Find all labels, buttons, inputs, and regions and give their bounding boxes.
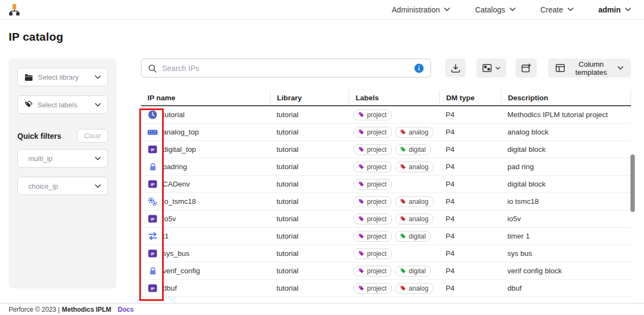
ip-table: IP name Library Labels DM type Descripti… — [141, 90, 631, 297]
table-row[interactable]: IP sys_bus tutorial project P4 sys bus — [141, 245, 631, 262]
library-cell: tutorial — [270, 245, 349, 262]
nav-create[interactable]: Create — [540, 5, 574, 14]
library-cell: tutorial — [270, 106, 349, 123]
label-chip-digital: digital — [395, 144, 431, 155]
label-chip-project: project — [353, 179, 392, 190]
ip-name[interactable]: analog_top — [163, 128, 199, 136]
table-row[interactable]: t1 tutorial projectdigital P4 timer 1 — [141, 228, 631, 245]
table-row[interactable]: IP CADenv tutorial project P4 digital bl… — [141, 176, 631, 193]
search-icon — [148, 64, 157, 73]
table-row[interactable]: IP dbuf tutorial projectanalog P4 dbuf — [141, 280, 631, 297]
nav-user-menu[interactable]: admin — [598, 5, 631, 14]
table-row[interactable]: tutorial tutorial project P4 Methodics I… — [141, 106, 631, 124]
library-cell: tutorial — [270, 210, 349, 227]
ip-name[interactable]: verif_config — [163, 267, 200, 275]
label-chip-project: project — [353, 214, 392, 224]
library-cell: tutorial — [270, 193, 349, 210]
table-row[interactable]: IP digital_top tutorial projectdigital P… — [141, 141, 631, 158]
select-labels-dropdown[interactable]: Select labels — [17, 95, 108, 114]
description-cell: sys bus — [501, 245, 631, 262]
nav-catalogs[interactable]: Catalogs — [475, 5, 515, 14]
select-library-dropdown[interactable]: Select library — [17, 68, 108, 86]
labels-cell: projectanalog — [349, 193, 439, 210]
library-cell: tutorial — [270, 228, 349, 245]
nav-administration[interactable]: Administration — [392, 5, 450, 14]
search-input[interactable] — [162, 64, 414, 73]
svg-text:IP: IP — [151, 147, 154, 152]
vertical-scrollbar[interactable] — [630, 155, 635, 212]
table-row[interactable]: verif_config tutorial projectdigital P4 … — [141, 262, 631, 280]
bus-icon — [147, 128, 158, 137]
column-templates-label: Column templates — [569, 60, 613, 76]
quick-filter-choice-ip-dropdown[interactable]: choice_ip — [17, 177, 108, 195]
table-row[interactable]: padring tutorial projectanalog P4 pad ri… — [141, 158, 631, 176]
label-chip-project: project — [353, 248, 392, 259]
column-header-library[interactable]: Library — [270, 90, 349, 105]
table-body: tutorial tutorial project P4 Methodics I… — [141, 106, 631, 297]
label-chip-analog: analog — [395, 127, 434, 138]
quick-filter-multi-ip-dropdown[interactable]: multi_ip — [17, 149, 108, 168]
svg-text:IP: IP — [151, 182, 154, 187]
info-icon[interactable] — [414, 63, 424, 73]
docs-link[interactable]: Docs — [118, 306, 133, 313]
download-button[interactable] — [445, 59, 466, 78]
swap-arrows-icon — [147, 232, 158, 240]
table-row[interactable]: analog_top tutorial projectanalog P4 ana… — [141, 124, 631, 141]
label-chip-analog: analog — [395, 214, 434, 224]
svg-text:IP: IP — [151, 217, 154, 222]
filters-sidebar: Select library Select labels Quick filte… — [9, 59, 117, 288]
column-header-ip-name[interactable]: IP name — [141, 90, 270, 105]
quick-filter-multi-ip-value: multi_ip — [28, 155, 95, 163]
dm-type-cell: P4 — [439, 262, 501, 279]
ip-name[interactable]: io5v — [163, 215, 176, 223]
labels-cell: projectdigital — [349, 141, 439, 158]
ip-badge-icon: IP — [147, 284, 158, 293]
clear-filters-button[interactable]: Clear — [77, 129, 108, 143]
ip-name[interactable]: tutorial — [163, 111, 185, 119]
description-cell: timer 1 — [501, 228, 631, 245]
ip-name[interactable]: digital_top — [163, 145, 196, 153]
lock-icon — [147, 266, 158, 275]
ip-name[interactable]: io_tsmc18 — [163, 197, 196, 205]
nav-catalogs-label: Catalogs — [475, 5, 505, 14]
footer: Perforce © 2023 | Methodics IPLM Docs — [0, 303, 644, 315]
ip-badge-icon: IP — [147, 145, 158, 154]
label-chip-project: project — [353, 196, 392, 207]
top-nav-menu: Administration Catalogs Create admin — [392, 5, 644, 14]
description-cell: io tsmc18 — [501, 193, 631, 210]
footer-brand: Methodics IPLM — [62, 306, 111, 313]
chevron-down-icon — [95, 157, 101, 160]
tags-icon — [24, 101, 33, 108]
app-logo-icon[interactable] — [8, 3, 21, 16]
table-row[interactable]: io_tsmc18 tutorial projectanalog P4 io t… — [141, 193, 631, 210]
gears-icon — [147, 197, 158, 207]
chevron-down-icon — [444, 8, 450, 11]
description-cell: dbuf — [501, 280, 631, 297]
ip-name[interactable]: dbuf — [163, 284, 177, 292]
ip-name[interactable]: CADenv — [163, 180, 190, 188]
description-cell: digital block — [501, 141, 631, 158]
ip-name[interactable]: t1 — [163, 232, 169, 240]
column-header-dm-type[interactable]: DM type — [439, 90, 501, 105]
label-chip-project: project — [353, 283, 392, 294]
label-chip-digital: digital — [395, 266, 431, 277]
export-image-button[interactable] — [476, 59, 506, 78]
lock-icon — [147, 162, 158, 171]
labels-cell: projectdigital — [349, 262, 439, 279]
table-row[interactable]: IP io5v tutorial projectanalog P4 io5v — [141, 210, 631, 228]
chevron-down-icon — [95, 75, 101, 79]
image-icon — [482, 64, 492, 72]
labels-cell: project — [349, 176, 439, 192]
library-cell: tutorial — [270, 176, 349, 192]
ip-name[interactable]: padring — [163, 163, 187, 171]
table-header: IP name Library Labels DM type Descripti… — [141, 90, 631, 106]
labels-cell: projectanalog — [349, 158, 439, 175]
dm-type-cell: P4 — [439, 280, 501, 297]
label-chip-project: project — [353, 110, 392, 120]
add-column-button[interactable] — [516, 59, 537, 78]
table-plus-icon — [521, 63, 531, 73]
ip-name[interactable]: sys_bus — [163, 249, 190, 258]
column-header-description[interactable]: Description — [501, 90, 631, 105]
column-header-labels[interactable]: Labels — [349, 90, 439, 105]
column-templates-button[interactable]: Column templates — [548, 59, 631, 78]
